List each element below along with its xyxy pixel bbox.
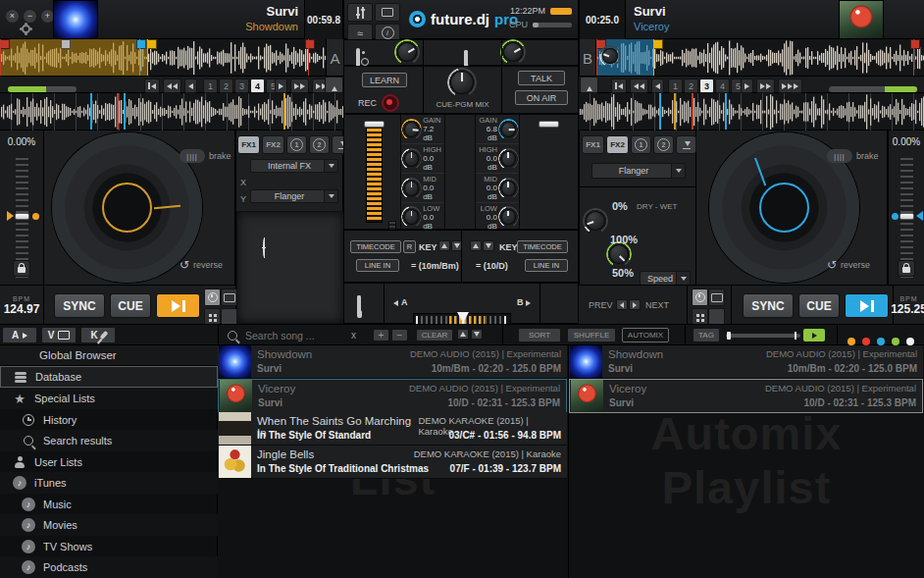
channel-b-mid-knob[interactable] xyxy=(501,181,516,196)
track-row[interactable]: ViceroyDEMO AUDIO (2015) | Experimental … xyxy=(218,379,567,413)
deck-b-play-button[interactable] xyxy=(845,293,889,318)
master-volume-knob[interactable] xyxy=(397,42,417,62)
channel-a-volume-fader[interactable] xyxy=(366,123,383,223)
reverse-icon[interactable]: ↺ xyxy=(827,258,837,272)
beat-jump-1[interactable]: 1 xyxy=(668,79,683,93)
deck-a-overview-waveform[interactable]: A xyxy=(0,39,343,77)
beat-jump-3[interactable]: 3 xyxy=(234,79,249,93)
deck-b-next-button[interactable] xyxy=(629,299,641,310)
key-b-down-button[interactable] xyxy=(483,240,494,251)
tag-dot-blue[interactable] xyxy=(877,338,885,345)
timecode-r-a-button[interactable]: R xyxy=(403,240,416,253)
move-down-button[interactable] xyxy=(471,329,483,340)
sidebar-item-history[interactable]: History xyxy=(0,409,218,430)
fx1-tab[interactable]: FX1 xyxy=(237,135,260,154)
beat-jump-2[interactable]: 2 xyxy=(684,79,698,93)
deck-b-beat-waveform[interactable] xyxy=(579,93,924,131)
settings-gear-icon[interactable] xyxy=(22,25,30,33)
channel-a-high-knob[interactable] xyxy=(404,151,419,167)
sort-button[interactable]: SORT xyxy=(518,328,561,342)
beat-jump-4[interactable]: 4 xyxy=(250,79,265,93)
deck-a-beat-waveform[interactable] xyxy=(0,93,343,131)
tag-dot-white[interactable] xyxy=(906,338,914,345)
close-button[interactable]: × xyxy=(5,9,20,24)
fx-download-tab[interactable] xyxy=(676,135,696,154)
fx-xy-pad[interactable] xyxy=(236,211,344,324)
sidebar-item-user-lists[interactable]: User Lists xyxy=(0,451,218,472)
fx-slot-dropdown[interactable]: Internal FX xyxy=(250,159,338,173)
audio-filter-button[interactable]: A xyxy=(2,327,37,343)
deck-a-bpm-tap-button[interactable]: BPM xyxy=(325,77,343,93)
track-row[interactable]: ShowdownDEMO AUDIO (2015) | Experimental… xyxy=(218,345,567,379)
beat-jump-3[interactable]: 3 xyxy=(699,79,714,93)
mic-volume-knob[interactable] xyxy=(602,48,618,64)
search-clear-icon[interactable]: x xyxy=(351,330,356,341)
cue-pgm-mix-knob[interactable] xyxy=(450,71,474,94)
channel-a-mid-knob[interactable] xyxy=(404,181,419,196)
deck-b-pitch-lock-button[interactable] xyxy=(898,260,915,277)
fx1-tab[interactable]: FX1 xyxy=(582,135,604,154)
beat-jump-2[interactable]: 2 xyxy=(219,79,233,93)
step-back-button[interactable] xyxy=(651,79,664,93)
tag-dot-orange[interactable] xyxy=(847,338,855,345)
track-row[interactable]: ShowdownDEMO AUDIO (2015) | Experimental… xyxy=(569,345,923,379)
channel-b-low-knob[interactable] xyxy=(501,209,516,225)
channel-a-gain-knob[interactable] xyxy=(404,122,419,137)
channel-a-fader-handle[interactable] xyxy=(364,121,385,128)
deck-a-cue-button[interactable]: CUE xyxy=(110,293,151,318)
rewind-button[interactable] xyxy=(630,79,648,93)
sidebar-item-tv-shows[interactable]: TV Shows xyxy=(0,536,218,556)
deck-a-pitch-lock-button[interactable] xyxy=(13,260,30,277)
timecode-b-button[interactable]: TIMECODE xyxy=(517,240,568,253)
search-input[interactable] xyxy=(243,329,345,342)
deck-b-pitch-handle[interactable] xyxy=(899,213,914,220)
fx2-tab[interactable]: FX2 xyxy=(262,135,284,154)
channel-b-high-knob[interactable] xyxy=(501,151,516,167)
deck-a-autoplay-toggle[interactable] xyxy=(204,289,221,306)
line-in-a-button[interactable]: LINE IN xyxy=(356,259,399,272)
sidebar-item-music[interactable]: Music xyxy=(0,494,218,514)
record-button[interactable] xyxy=(382,94,399,112)
shuffle-button[interactable]: SHUFFLE xyxy=(567,328,616,342)
fast-forward-button[interactable] xyxy=(290,79,309,93)
skip-start-button[interactable] xyxy=(611,79,627,93)
skip-start-button[interactable] xyxy=(144,79,160,93)
skip-end-button[interactable] xyxy=(778,79,802,93)
channel-b-fader-handle[interactable] xyxy=(539,121,559,128)
talk-button[interactable]: TALK xyxy=(518,71,565,85)
deck-a-sync-button[interactable]: SYNC xyxy=(54,293,105,318)
tag-button[interactable]: TAG xyxy=(693,328,720,342)
sidebar-item-special-lists[interactable]: Special Lists xyxy=(0,388,218,409)
line-in-b-button[interactable]: LINE IN xyxy=(525,259,568,272)
step-forward-button[interactable] xyxy=(741,79,753,93)
automix-button[interactable]: AUTOMIX xyxy=(622,328,669,342)
fx-preset-2-tab[interactable]: 2 xyxy=(653,135,674,154)
mixer-view-button[interactable] xyxy=(347,3,373,22)
reverse-icon[interactable]: ↺ xyxy=(180,258,189,272)
zoom-in-button[interactable]: + xyxy=(373,329,389,342)
beat-jump-1[interactable]: 1 xyxy=(203,79,218,93)
fast-forward-button[interactable] xyxy=(756,79,775,93)
fx-drywet-knob[interactable] xyxy=(586,211,605,231)
tag-dot-green[interactable] xyxy=(892,338,899,345)
preview-slider-handle[interactable] xyxy=(727,332,731,340)
deck-b-autoplay-toggle[interactable] xyxy=(692,289,708,306)
clear-button[interactable]: CLEAR xyxy=(416,329,453,342)
zoom-out-button[interactable]: − xyxy=(391,329,408,342)
deck-b-sync-button[interactable]: SYNC xyxy=(743,293,794,318)
deck-b-prev-button[interactable] xyxy=(616,299,628,310)
step-back-button[interactable] xyxy=(184,79,197,93)
preview-slider[interactable] xyxy=(726,334,800,338)
fx-speed-knob[interactable] xyxy=(609,244,629,264)
channel-a-headphone-cue-button[interactable] xyxy=(357,295,361,314)
channel-b-gain-knob[interactable] xyxy=(501,122,516,137)
deck-b-bpm-tap-button[interactable]: BPM xyxy=(580,77,598,93)
sidebar-item-itunes[interactable]: iTunes xyxy=(0,472,218,494)
step-forward-button[interactable] xyxy=(275,79,287,93)
sidebar-item-podcasts[interactable]: Podcasts xyxy=(0,556,218,578)
deck-a-brake-button[interactable]: |||| xyxy=(180,149,205,163)
channel-a-low-knob[interactable] xyxy=(404,209,419,225)
preview-play-button[interactable] xyxy=(803,329,825,342)
track-row[interactable]: When The Saints Go Marching InDEMO KARAO… xyxy=(218,412,567,446)
sidebar-item-database[interactable]: Database xyxy=(0,366,218,388)
